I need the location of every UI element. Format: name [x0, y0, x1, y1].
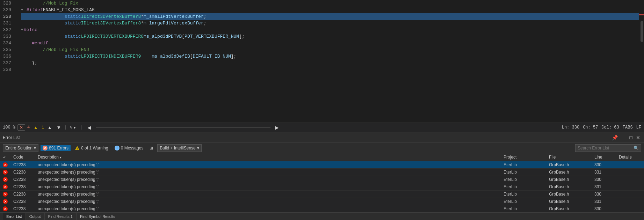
col-header-details[interactable]: Details [616, 153, 644, 161]
error-cell-file: GrpBase.h [546, 183, 592, 190]
warnings-filter-btn[interactable]: ! 0 of 1 Warning [73, 145, 110, 151]
search-input-container[interactable]: 🔍 [575, 144, 641, 152]
indent-330 [21, 13, 65, 20]
tab-find-symbol[interactable]: Find Symbol Results [77, 213, 119, 220]
semi-330: ; [204, 13, 207, 20]
scroll-right-btn[interactable]: ▶ [274, 125, 280, 130]
nav-warn-prev[interactable]: ▲ [32, 125, 39, 130]
error-cell-details [616, 191, 644, 198]
code-line-334: #endif [21, 40, 639, 46]
tab-find-results[interactable]: Find Results 1 [45, 213, 77, 220]
messages-filter-btn[interactable]: i 0 Messages [113, 145, 146, 151]
error-cell-code: C2238 [10, 169, 35, 176]
line-num-337: 337 [0, 60, 15, 66]
error-cell-code: C2238 [10, 198, 35, 205]
format-icon-btn[interactable]: ✎ ▾ [69, 125, 77, 131]
lf-label: LF [636, 125, 641, 130]
close-337: }; [32, 60, 37, 66]
indent-336 [21, 53, 65, 60]
error-cell-code: C2238 [10, 205, 35, 212]
col-header-check[interactable]: ✓ [0, 153, 10, 161]
col-header-description[interactable]: Description ▾ [35, 153, 501, 161]
punct-330: * [141, 13, 144, 20]
error-cell-file: GrpBase.h [546, 169, 592, 176]
col-header-file[interactable]: File [546, 153, 592, 161]
line-num-334: 334 [0, 40, 15, 46]
kw-static-333: static [65, 33, 81, 40]
error-table-body[interactable]: ✕ C2238 unexpected token(s) preceding ';… [0, 161, 644, 212]
error-cell-icon: ✕ [0, 191, 10, 198]
indent-333 [21, 33, 65, 40]
sep-2: | [80, 125, 82, 130]
error-cell-file: GrpBase.h [546, 205, 592, 212]
error-row[interactable]: ✕ C2238 unexpected token(s) preceding ';… [0, 176, 644, 183]
error-row[interactable]: ✕ C2238 unexpected token(s) preceding ';… [0, 169, 644, 176]
nav-down-btn[interactable]: ▼ [55, 125, 62, 130]
line-num-328: 328 [0, 0, 15, 7]
scrollbar-thumb[interactable] [641, 21, 643, 42]
col-header-line[interactable]: Line [592, 153, 616, 161]
search-error-input[interactable] [578, 146, 634, 151]
line-num-333: 333 [0, 33, 15, 40]
error-row[interactable]: ✕ C2238 unexpected token(s) preceding ';… [0, 183, 644, 191]
pin-panel-btn[interactable]: 📌 [611, 135, 619, 140]
error-toolbar: Entire Solution ▾ ✕ 891 Errors ! 0 of 1 … [0, 143, 644, 153]
error-cell-project: EterLib [501, 161, 546, 168]
col-header-project[interactable]: Project [501, 153, 546, 161]
line-num-336: 336 [0, 53, 15, 60]
bracket-open-336: [ [190, 53, 193, 60]
close-panel-btn[interactable]: ✕ [635, 135, 641, 140]
vertical-scrollbar[interactable] [639, 0, 644, 123]
errors-filter-btn[interactable]: ✕ 891 Errors [41, 145, 71, 151]
error-icon: ✕ [3, 192, 8, 197]
search-icon: 🔍 [634, 146, 639, 151]
error-cell-details [616, 169, 644, 176]
error-cell-code: C2238 [10, 191, 35, 198]
code-line-333: static LPDIRECT3DVERTEXBUFFER8 ms_alpd3d… [21, 33, 639, 40]
messages-count-label: 0 Messages [121, 146, 144, 151]
nav-up-btn[interactable]: ▲ [46, 125, 53, 130]
error-cell-line: 331 [592, 169, 616, 176]
error-cell-description: unexpected token(s) preceding ';' [35, 205, 501, 212]
punct-331: * [141, 20, 144, 27]
bracket-open-333: [ [182, 33, 184, 40]
error-circle-icon: ✕ [43, 146, 48, 151]
error-table-container: ✓ Code Description ▾ Project File Line D… [0, 153, 644, 212]
project-col-label: Project [504, 155, 516, 160]
code-line-329: ▼ #ifdef ENABLE_FIX_MOBS_LAG [21, 7, 639, 13]
scope-chevron-icon: ▾ [34, 146, 36, 151]
tabs-label: TABS [623, 125, 633, 130]
tab-error-list[interactable]: Error List [3, 213, 26, 220]
var-331: m_largePdtVertexBuffer [144, 20, 204, 27]
indent-331 [21, 20, 65, 27]
error-cell-icon: ✕ [0, 205, 10, 212]
minimize-panel-btn[interactable]: — [620, 135, 627, 140]
error-table-header: ✓ Code Description ▾ Project File Line D… [0, 153, 644, 161]
intellisense-filter-btn[interactable]: ⊞ [147, 145, 155, 151]
build-config-dropdown[interactable]: Build + IntelliSense ▾ [157, 144, 201, 152]
nav-error-prev[interactable]: ✕ [17, 124, 25, 131]
warn-count-nav: 1 [42, 125, 44, 130]
col-header-code[interactable]: Code [10, 153, 35, 161]
error-row[interactable]: ✕ C2238 unexpected token(s) preceding ';… [0, 191, 644, 198]
line-num-332: 332 [0, 27, 15, 33]
code-content[interactable]: //Mob Log Fix ▼ #ifdef ENABLE_FIX_MOBS_L… [17, 0, 639, 123]
error-row[interactable]: ✕ C2238 unexpected token(s) preceding ';… [0, 205, 644, 212]
error-cell-icon: ✕ [0, 169, 10, 176]
scroll-left-btn[interactable]: ◀ [86, 125, 92, 130]
tab-output[interactable]: Output [26, 213, 45, 220]
scope-dropdown[interactable]: Entire Solution ▾ [3, 144, 38, 152]
error-row[interactable]: ✕ C2238 unexpected token(s) preceding ';… [0, 161, 644, 169]
error-cell-project: EterLib [501, 198, 546, 205]
error-icon: ✕ [3, 170, 8, 175]
indent-337 [21, 60, 32, 66]
info-circle-icon: i [115, 146, 120, 151]
error-cell-file: GrpBase.h [546, 161, 592, 168]
error-icon: ✕ [3, 162, 8, 167]
filter-icon: ⊞ [150, 146, 153, 151]
error-row[interactable]: ✕ C2238 unexpected token(s) preceding ';… [0, 198, 644, 205]
error-icon: ✕ [3, 199, 8, 204]
error-cell-details [616, 198, 644, 205]
maximize-panel-btn[interactable]: □ [629, 135, 634, 140]
error-cell-line: 330 [592, 176, 616, 183]
